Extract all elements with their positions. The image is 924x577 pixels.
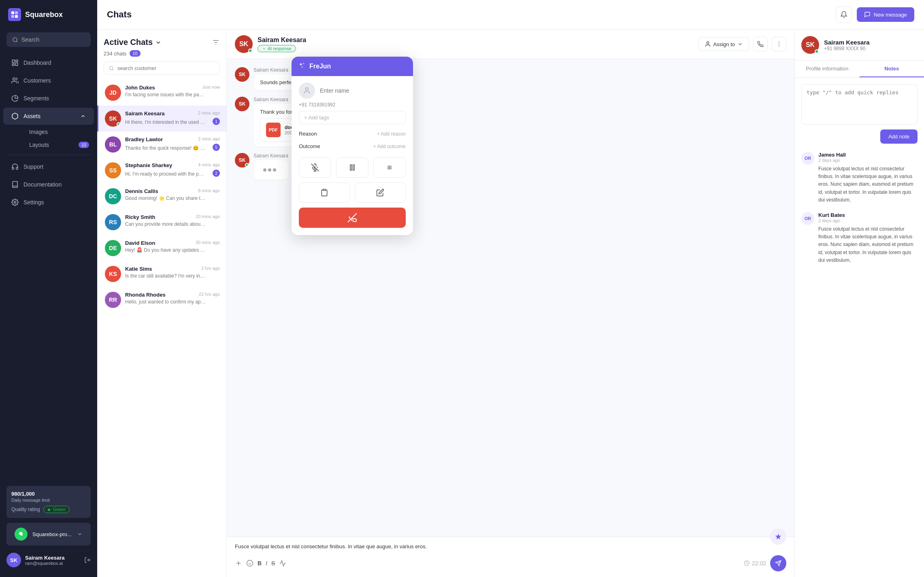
- new-message-button[interactable]: New message: [857, 7, 914, 22]
- unread-badge: 1: [213, 118, 220, 125]
- notifications-button[interactable]: [836, 6, 852, 23]
- note-avatar: OR: [801, 152, 814, 165]
- list-item[interactable]: BL Bradley Lawlor 2 mins ago Thanks for …: [97, 132, 226, 157]
- ai-badge-label: AI response: [268, 46, 292, 51]
- user-name: Sairam Keesara: [25, 555, 65, 561]
- svg-point-23: [247, 560, 253, 566]
- ai-sparkle-button[interactable]: [770, 528, 786, 545]
- chat-input-text[interactable]: Fusce volutpat lectus et nisl consectetu…: [235, 543, 786, 551]
- online-indicator: [815, 49, 819, 53]
- svg-point-17: [707, 42, 709, 44]
- workspace-item[interactable]: Squarebox-pro...: [6, 523, 91, 545]
- keypad-button[interactable]: [373, 157, 406, 178]
- list-item[interactable]: KS Katie Sims 2 hrs ago Is the car still…: [97, 261, 226, 287]
- sidebar-item-segments[interactable]: Segments: [3, 90, 94, 107]
- hold-button[interactable]: [336, 157, 368, 178]
- chat-item-time: 20 mins ago: [196, 214, 220, 219]
- phone-number: +91 7319391992: [299, 102, 335, 108]
- message-limit-value: 980/1,000: [11, 491, 86, 497]
- notes-textarea[interactable]: [801, 84, 918, 125]
- quality-badge: Green: [43, 506, 70, 513]
- logout-icon[interactable]: [84, 557, 91, 563]
- chat-item-name: Ricky Smith: [125, 214, 155, 220]
- avatar: JD: [105, 85, 121, 101]
- svg-point-44: [387, 168, 389, 170]
- chat-item-body: Stephanie Sharkey 4 mins ago Hi, I'm rea…: [125, 162, 220, 178]
- add-outcome-button[interactable]: + Add outcome: [373, 144, 406, 149]
- edit-icon: [376, 189, 384, 197]
- strikethrough-button[interactable]: S: [271, 560, 275, 566]
- bold-button[interactable]: B: [258, 560, 262, 566]
- search-customer-box[interactable]: [104, 62, 220, 75]
- chat-items-list: JD John Dukes Just now I'm facing some i…: [97, 80, 226, 577]
- svg-point-46: [390, 168, 392, 170]
- plus-icon[interactable]: [235, 560, 242, 567]
- call-modal-header: FreJun: [292, 57, 413, 76]
- assign-label: Assign to: [713, 41, 735, 47]
- ai-response-badge: AI response: [258, 45, 296, 52]
- call-button[interactable]: [753, 37, 768, 51]
- chat-item-name: Stephanie Sharkey: [125, 162, 172, 168]
- sidebar-item-dashboard[interactable]: Dashboard: [3, 54, 94, 71]
- note-avatar: OR: [801, 212, 814, 225]
- sparkle-icon: [262, 47, 266, 51]
- more-options-button[interactable]: [772, 37, 786, 51]
- chat-item-body: Katie Sims 2 hrs ago Is the car still av…: [125, 266, 220, 282]
- phone-icon: [757, 41, 764, 47]
- list-item[interactable]: SK Sairam Keesara 2 mins ago Hi there, I…: [97, 106, 226, 132]
- avatar: DE: [105, 240, 121, 256]
- contact-name: Sairam Keesara: [258, 36, 306, 44]
- chat-header-left: SK Sairam Keesara AI response: [235, 35, 306, 53]
- assign-to-button[interactable]: Assign to: [698, 37, 749, 51]
- sidebar-label-settings: Settings: [23, 199, 44, 206]
- app-logo: Squarebox: [0, 0, 97, 29]
- list-item[interactable]: RS Ricky Smith 20 mins ago Can you provi…: [97, 209, 226, 235]
- note-text: Fusce volutpat lectus et nisl consectetu…: [818, 225, 918, 264]
- voice-icon[interactable]: [279, 560, 286, 567]
- notes-button[interactable]: [299, 182, 350, 203]
- layouts-label: Layouts: [29, 142, 49, 148]
- send-button[interactable]: [770, 555, 786, 571]
- list-item[interactable]: DE David Elson 30 mins ago Hey! 🚨 Do you…: [97, 235, 226, 261]
- call-tags-input[interactable]: + Add tags: [299, 111, 406, 124]
- filter-icon[interactable]: [212, 38, 220, 47]
- user-info: Sairam Keesara ram@squarebox.ai: [25, 555, 65, 566]
- edit-button[interactable]: [355, 182, 406, 203]
- sidebar-item-layouts[interactable]: Layouts 10: [21, 138, 97, 151]
- chat-count: 234 chats: [104, 51, 126, 57]
- sidebar-item-customers[interactable]: Customers: [3, 72, 94, 89]
- call-name-input[interactable]: [320, 87, 406, 94]
- sidebar-item-documentation[interactable]: Documentation: [3, 176, 94, 193]
- list-item[interactable]: RR Rhonda Rhodes 22 hrs ago Hello, just …: [97, 287, 226, 313]
- sidebar-search[interactable]: Search: [6, 32, 91, 47]
- end-call-button[interactable]: [299, 208, 406, 228]
- search-customer-input[interactable]: [117, 65, 215, 71]
- list-item[interactable]: DC Dennis Callis 8 mins ago Good morning…: [97, 183, 226, 209]
- italic-button[interactable]: I: [266, 560, 267, 566]
- tab-profile-information[interactable]: Profile information: [795, 61, 860, 77]
- add-note-button[interactable]: Add note: [880, 129, 918, 144]
- emoji-icon[interactable]: [246, 560, 253, 567]
- new-message-label: New message: [874, 12, 907, 18]
- tab-notes[interactable]: Notes: [860, 61, 924, 77]
- user-profile-row[interactable]: SK Sairam Keesara ram@squarebox.ai: [6, 549, 91, 571]
- chat-item-time: 30 mins ago: [196, 240, 220, 245]
- chat-item-body: Rhonda Rhodes 22 hrs ago Hello, just wan…: [125, 292, 220, 308]
- list-item[interactable]: JD John Dukes Just now I'm facing some i…: [97, 80, 226, 106]
- svg-point-42: [389, 167, 390, 168]
- chat-item-body: Sairam Keesara 2 mins ago Hi there, I'm …: [125, 110, 220, 127]
- message-limit-label: Daily message limit: [11, 498, 86, 503]
- sidebar-item-images[interactable]: Images: [21, 125, 97, 138]
- list-item[interactable]: SS Stephanie Sharkey 4 mins ago Hi, I'm …: [97, 157, 226, 183]
- add-reason-button[interactable]: + Add reason: [377, 131, 406, 137]
- mute-button[interactable]: [299, 157, 331, 178]
- sidebar-item-support[interactable]: Support: [3, 158, 94, 175]
- sidebar-item-settings[interactable]: Settings: [3, 194, 94, 211]
- svg-point-9: [13, 78, 15, 80]
- call-phone: +91 7319391992: [292, 102, 413, 111]
- search-label: Search: [21, 36, 39, 43]
- sidebar-item-assets[interactable]: Assets: [3, 108, 94, 125]
- avatar: SK: [235, 67, 249, 82]
- chevron-down-icon[interactable]: [155, 39, 162, 46]
- svg-rect-1: [15, 11, 18, 14]
